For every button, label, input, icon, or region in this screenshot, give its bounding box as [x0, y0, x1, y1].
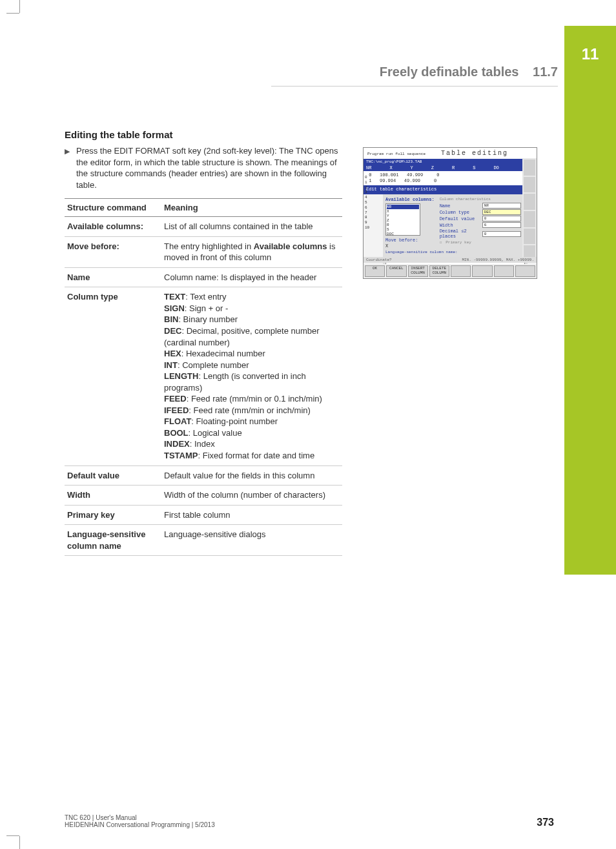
- softkey-empty[interactable]: [494, 265, 514, 277]
- move-before-label: Move before:: [385, 238, 424, 243]
- page-number: 373: [537, 817, 554, 828]
- name-label: Name: [440, 203, 478, 209]
- decimal-field[interactable]: 0: [482, 231, 521, 237]
- width-field[interactable]: 6: [482, 222, 521, 228]
- table-row: Name Column name: Is displayed in the he…: [65, 267, 342, 287]
- dialog-titlebar: Edit table characteristics X: [364, 185, 537, 194]
- softkey-ok[interactable]: OK: [365, 265, 385, 277]
- softkey-insert-column[interactable]: INSERT COLUMN: [408, 265, 428, 277]
- available-columns-list[interactable]: NR X Y Z R S DOC: [385, 203, 420, 236]
- status-bar: Coordinate? MIN. -99999.99999, MAX. +999…: [364, 257, 537, 263]
- default-value-field[interactable]: 0: [482, 216, 521, 221]
- header-section: 11.7: [533, 65, 558, 79]
- section-heading: Editing the table format: [65, 129, 342, 140]
- right-toolbar: [522, 158, 537, 263]
- toolbar-button[interactable]: [524, 177, 535, 193]
- toolbar-button[interactable]: [524, 194, 535, 210]
- available-columns-label: Available columns:: [385, 197, 435, 202]
- footer-line1: TNC 620 | User's Manual: [65, 814, 215, 821]
- header-title: Freely definable tables: [380, 65, 519, 79]
- main-content: Editing the table format Press the EDIT …: [65, 129, 342, 556]
- softkey-row: OK CANCEL INSERT COLUMN DELETE COLUMN: [364, 264, 537, 278]
- page-footer: TNC 620 | User's Manual HEIDENHAIN Conve…: [65, 814, 554, 828]
- tnc-screenshot-figure: Program run full sequence Table editing …: [363, 147, 537, 279]
- table-row: Width Width of the column (number of cha…: [65, 486, 342, 506]
- default-value-label: Default value: [440, 216, 478, 221]
- table-header-row: NR X Y Z R S DO: [364, 165, 537, 171]
- name-field[interactable]: NR: [482, 203, 521, 209]
- col-header-command: Structure command: [65, 199, 161, 217]
- table-row: Language-sensitive column name Language-…: [65, 525, 342, 556]
- primary-key-checkbox[interactable]: Primary key: [446, 240, 471, 245]
- softkey-delete-column[interactable]: DELETE COLUMN: [429, 265, 449, 277]
- chapter-number: 11: [564, 45, 616, 63]
- softkey-cancel[interactable]: CANCEL: [386, 265, 406, 277]
- structure-commands-table: Structure command Meaning Available colu…: [65, 198, 342, 556]
- chapter-tab: 11: [564, 26, 616, 575]
- lang-sensitive-label: Language-sensitive column name:: [385, 250, 525, 254]
- column-type-label: Column type: [440, 210, 478, 215]
- data-rows: 0 100.001 49.999 0 1 99.994 49.999 0: [364, 171, 537, 185]
- table-row: Move before: The entry highlighted in Av…: [65, 236, 342, 267]
- move-before-field[interactable]: X: [385, 243, 420, 249]
- table-row: Primary key First table column: [65, 505, 342, 525]
- row-numbers: 0 1 2 3 4 5 6 7 8 9 10: [365, 175, 369, 230]
- table-row: Default value Default value for the fiel…: [65, 465, 342, 486]
- screen-title: Table editing: [441, 150, 508, 157]
- intro-paragraph: Press the EDIT FORMAT soft key (2nd soft…: [65, 145, 342, 190]
- mode-label: Program run full sequence: [367, 152, 426, 156]
- table-row: Column type TEXT: Text entry SIGN: Sign …: [65, 287, 342, 465]
- column-type-field[interactable]: DEC: [482, 209, 521, 215]
- footer-line2: HEIDENHAIN Conversational Programming | …: [65, 821, 215, 828]
- softkey-empty[interactable]: [451, 265, 471, 277]
- decimal-label: Decimal ≤2 places: [440, 229, 478, 239]
- toolbar-button[interactable]: [524, 229, 535, 245]
- toolbar-button[interactable]: [524, 159, 535, 176]
- softkey-empty[interactable]: [472, 265, 492, 277]
- col-header-meaning: Meaning: [161, 199, 342, 217]
- toolbar-button[interactable]: [524, 211, 535, 227]
- width-label: Width: [440, 223, 478, 228]
- running-header: Freely definable tables 11.7: [271, 65, 558, 87]
- table-row: Available columns: List of all columns c…: [65, 217, 342, 237]
- softkey-empty[interactable]: [515, 265, 535, 277]
- path-bar: TNC:\nc_prog\PGM\123.TAB: [364, 159, 537, 165]
